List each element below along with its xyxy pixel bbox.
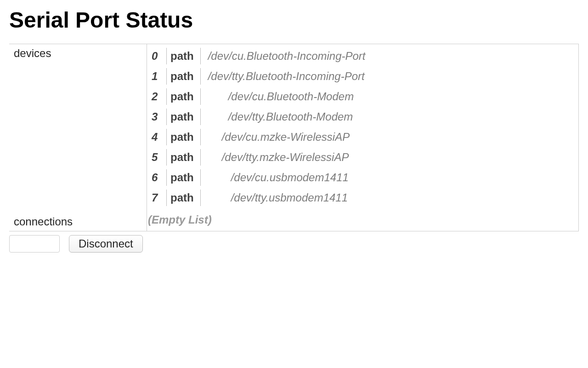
disconnect-button[interactable]: Disconnect <box>69 235 143 253</box>
device-entry: 5path/dev/tty.mzke-WirelessiAP <box>147 147 578 167</box>
devices-row: devices 0path/dev/cu.Bluetooth-Incoming-… <box>9 44 578 210</box>
path-key-label: path <box>170 110 200 123</box>
device-path-value: /dev/tty.Bluetooth-Modem <box>225 110 353 123</box>
separator <box>166 129 167 145</box>
separator <box>200 190 201 206</box>
separator <box>200 109 201 125</box>
empty-list-label: (Empty List) <box>147 212 578 229</box>
device-entry: 1path/dev/tty.Bluetooth-Incoming-Port <box>147 66 578 86</box>
separator <box>166 149 167 166</box>
device-entry: 0path/dev/cu.Bluetooth-Incoming-Port <box>147 46 578 66</box>
connections-label: connections <box>9 210 147 231</box>
path-key-label: path <box>170 151 200 164</box>
path-key-label: path <box>170 131 200 144</box>
path-key-label: path <box>170 50 200 63</box>
device-entry: 7path/dev/tty.usbmodem1411 <box>147 188 578 208</box>
separator <box>200 169 201 186</box>
device-path-value: /dev/cu.usbmodem1411 <box>227 171 349 184</box>
device-entry: 4path/dev/cu.mzke-WirelessiAP <box>147 127 578 147</box>
devices-list: 0path/dev/cu.Bluetooth-Incoming-Port1pat… <box>147 44 578 210</box>
device-index: 3 <box>152 110 166 123</box>
separator <box>166 190 167 206</box>
controls-bar: Disconnect <box>9 235 579 253</box>
connections-value: (Empty List) <box>147 210 578 231</box>
separator <box>166 169 167 186</box>
separator <box>200 88 201 105</box>
separator <box>166 109 167 125</box>
device-entry: 3path/dev/tty.Bluetooth-Modem <box>147 107 578 127</box>
separator <box>166 48 167 64</box>
path-key-label: path <box>170 171 200 184</box>
connection-id-input[interactable] <box>9 235 60 253</box>
connections-row: connections (Empty List) <box>9 210 578 231</box>
device-path-value: /dev/cu.Bluetooth-Incoming-Port <box>204 50 366 63</box>
device-path-value: /dev/cu.Bluetooth-Modem <box>225 90 354 103</box>
device-index: 7 <box>152 191 166 204</box>
device-index: 0 <box>152 50 166 63</box>
device-entry: 6path/dev/cu.usbmodem1411 <box>147 167 578 188</box>
device-index: 4 <box>152 131 166 144</box>
device-entry: 2path/dev/cu.Bluetooth-Modem <box>147 86 578 107</box>
separator <box>200 68 201 85</box>
device-index: 5 <box>152 151 166 164</box>
device-index: 6 <box>152 171 166 184</box>
device-index: 2 <box>152 90 166 103</box>
device-index: 1 <box>152 70 166 83</box>
separator <box>166 88 167 105</box>
separator <box>200 149 201 166</box>
device-path-value: /dev/tty.mzke-WirelessiAP <box>218 151 349 164</box>
path-key-label: path <box>170 90 200 103</box>
separator <box>166 68 167 85</box>
page-title: Serial Port Status <box>9 7 579 33</box>
devices-label: devices <box>9 44 147 210</box>
separator <box>200 129 201 145</box>
device-path-value: /dev/tty.usbmodem1411 <box>227 191 348 204</box>
path-key-label: path <box>170 70 200 83</box>
device-path-value: /dev/tty.Bluetooth-Incoming-Port <box>204 70 365 83</box>
path-key-label: path <box>170 191 200 204</box>
separator <box>200 48 201 64</box>
device-path-value: /dev/cu.mzke-WirelessiAP <box>218 131 350 144</box>
status-table: devices 0path/dev/cu.Bluetooth-Incoming-… <box>9 44 579 231</box>
